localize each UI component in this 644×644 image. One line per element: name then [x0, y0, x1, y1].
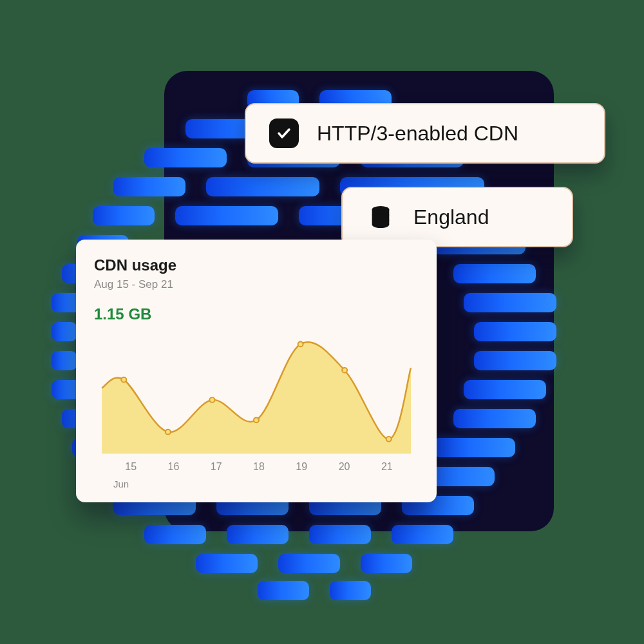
card-title: CDN usage — [94, 256, 419, 274]
location-chip[interactable]: England — [341, 187, 573, 247]
location-label: England — [413, 205, 489, 229]
x-tick: 15 — [109, 461, 152, 473]
database-icon — [366, 202, 395, 232]
svg-point-6 — [298, 342, 303, 347]
month-label: Jun — [113, 478, 129, 489]
svg-point-8 — [386, 437, 392, 442]
x-tick: 18 — [238, 461, 280, 473]
checkmark-icon — [269, 118, 299, 148]
x-tick: 20 — [323, 461, 365, 473]
svg-point-4 — [209, 397, 214, 402]
x-tick: 21 — [366, 461, 408, 473]
x-tick: 19 — [280, 461, 323, 473]
cdn-usage-card: CDN usage Aug 15 - Sep 21 1.15 GB 151617… — [76, 240, 437, 502]
svg-point-5 — [254, 417, 259, 422]
card-metric: 1.15 GB — [94, 305, 419, 323]
card-date-range: Aug 15 - Sep 21 — [94, 278, 419, 291]
svg-point-7 — [342, 368, 347, 373]
x-tick: 17 — [195, 461, 238, 473]
x-tick: 16 — [152, 461, 194, 473]
usage-chart: 15161718192021 Jun — [94, 328, 419, 491]
http3-label: HTTP/3-enabled CDN — [317, 122, 518, 146]
svg-point-2 — [121, 377, 126, 383]
http3-chip[interactable]: HTTP/3-enabled CDN — [245, 103, 605, 164]
svg-point-3 — [166, 430, 171, 435]
x-axis-labels: 15161718192021 — [94, 461, 419, 473]
